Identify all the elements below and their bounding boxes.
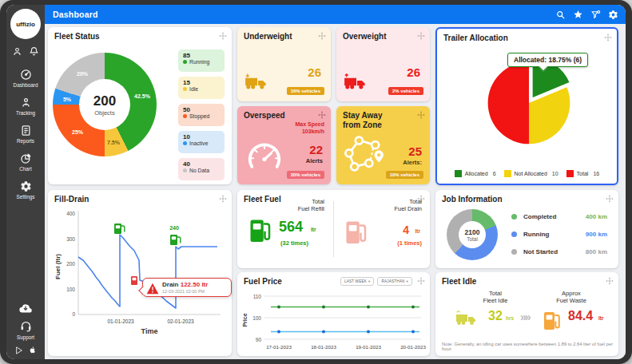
svg-text:02-01-2023: 02-01-2023: [167, 318, 194, 324]
sidebar-item-reports[interactable]: Reports: [6, 125, 45, 144]
fuel-waste-pump-icon: [543, 309, 562, 331]
app-frame: uffizio Dashboard Tracking Reports Chart: [6, 5, 626, 359]
speedometer-icon: [244, 141, 285, 173]
region-filter-dropdown[interactable]: RAJASTHAN▾: [377, 277, 412, 286]
sidebar-item-settings[interactable]: Settings: [6, 180, 45, 200]
search-icon[interactable]: [555, 10, 566, 20]
trailer-legend: Allocated6 Not Allocated10 Total16: [437, 170, 617, 177]
legend-label: Completed: [523, 213, 556, 220]
segment-pct: 5%: [63, 97, 71, 102]
gear-icon[interactable]: [608, 10, 618, 20]
fuel-pump-drain-icon: [344, 217, 368, 246]
stay-away-zone-card: Stay Away from Zone 25 Alerts: 10% vehic…: [336, 106, 430, 184]
move-icon[interactable]: [417, 277, 425, 285]
drain-tooltip-date: 12-03-2021 02:00 PM: [162, 289, 227, 294]
waste-label: Approx Fuel Waste: [539, 290, 603, 305]
legend-label: Not Started: [523, 248, 558, 255]
legend-count: 15: [183, 79, 220, 86]
legend-value: 16: [593, 171, 599, 176]
overspeed-card: Overspeed Max Speed 103km/h 22 Alerts 20…: [237, 106, 331, 184]
filter-icon[interactable]: [590, 10, 601, 20]
sidebar-item-dashboard[interactable]: Dashboard: [6, 69, 45, 88]
double-chevron-icon: »»: [520, 311, 530, 323]
dashboard-icon: [20, 69, 32, 81]
move-icon[interactable]: [219, 32, 227, 40]
svg-text:01-01-2023: 01-01-2023: [107, 318, 134, 324]
move-icon[interactable]: [219, 195, 227, 203]
underweight-badge: 16% vehicles: [287, 87, 324, 95]
legend-not-allocated: Not Allocated10: [504, 170, 558, 177]
card-title: Fuel Price: [244, 277, 282, 287]
apple-icon[interactable]: [29, 346, 37, 354]
warning-icon: [146, 283, 159, 295]
sidebar-item-label: Settings: [17, 194, 35, 200]
favorites-star-icon[interactable]: [573, 10, 583, 20]
drain-label: Total Fuel Drain: [394, 198, 422, 213]
legend-value: 6: [493, 171, 496, 176]
user-icon[interactable]: [12, 46, 22, 57]
legend-count: 85: [183, 52, 220, 59]
dashboard-content: Fleet Status 200 Objects 42.5% 7.5% 25% …: [45, 24, 626, 359]
sidebar-item-tracking[interactable]: Tracking: [6, 97, 45, 116]
sidebar-item-chart[interactable]: Chart: [6, 152, 45, 172]
playstore-icon[interactable]: [15, 346, 23, 354]
move-icon[interactable]: [606, 277, 614, 285]
svg-text:90: 90: [256, 337, 262, 342]
chart-icon: [20, 152, 32, 164]
fuel-price-chart[interactable]: 110 100 90 Price 17-01-2023 18-01-2023 1…: [240, 290, 427, 354]
job-legend-not-started: Not Started 800 km: [511, 246, 607, 257]
underweight-value: 26: [308, 65, 321, 79]
fill-drain-chart[interactable]: 400 300 200 100 0 01-01-2023 02-01-2023 …: [53, 204, 227, 342]
tracking-icon: [20, 97, 32, 109]
chevron-down-icon: ▾: [407, 279, 408, 283]
overweight-badge: 2% vehicles: [388, 87, 423, 95]
legend-inactive: 10 Inactive: [178, 131, 225, 153]
drain-unit: ltr: [415, 228, 421, 234]
trailer-pie-chart[interactable]: [479, 53, 578, 152]
drain-times: (1 times): [397, 239, 422, 247]
move-icon[interactable]: [604, 34, 612, 42]
donut-center-label: Objects: [94, 109, 114, 117]
move-icon[interactable]: [417, 111, 425, 119]
segment-pct: 7.5%: [107, 140, 120, 145]
chevron-down-icon: ▾: [368, 279, 370, 283]
svg-text:20-01-2023: 20-01-2023: [400, 344, 426, 350]
page-title: Dashboard: [53, 10, 98, 19]
uffizio-logo[interactable]: uffizio: [10, 9, 41, 39]
legend-count: 10: [183, 133, 220, 140]
drain-tooltip-title: Drain: [162, 281, 178, 288]
legend-value: 900 km: [586, 231, 607, 238]
job-center-value: 2100: [465, 228, 480, 236]
period-filter-dropdown[interactable]: LAST WEEK▾: [340, 277, 374, 286]
svg-text:0: 0: [72, 311, 75, 317]
svg-text:Fuel (ltr): Fuel (ltr): [54, 254, 62, 279]
trailer-allocation-card[interactable]: Trailer Allocation Allocated: 18.75% (6)…: [435, 27, 618, 185]
legend-label: Running: [189, 59, 209, 65]
card-title: Stay Away from Zone: [343, 111, 382, 129]
move-icon[interactable]: [318, 32, 326, 40]
job-legend-completed: Completed 400 km: [511, 211, 607, 222]
drain-tooltip: Drain 122.50 ltr 12-03-2021 02:00 PM: [142, 278, 232, 297]
legend-running: 85 Running: [178, 49, 225, 72]
idle-truck-icon: [455, 311, 480, 326]
support-headset-icon[interactable]: [20, 320, 32, 332]
move-icon[interactable]: [606, 195, 614, 203]
bell-icon[interactable]: [29, 46, 39, 57]
move-icon[interactable]: [417, 32, 425, 40]
sidebar-item-label: Tracking: [16, 110, 35, 116]
card-title: Overweight: [343, 32, 386, 42]
legend-nodata: 40 No Data: [178, 158, 225, 180]
underweight-card: Underweight 26 16% vehicles: [237, 27, 331, 101]
svg-text:17-01-2023: 17-01-2023: [266, 344, 292, 350]
cloud-download-icon[interactable]: [18, 302, 34, 315]
refill-times: (32 times): [280, 239, 308, 247]
svg-text:200: 200: [66, 261, 75, 267]
fleet-idle-card: Fleet Idle Total Fleet Idle Approx Fuel …: [435, 272, 618, 356]
legend-stopped: 50 Stopped: [178, 104, 225, 126]
move-icon[interactable]: [318, 111, 326, 119]
stay-away-label: Alerts:: [403, 159, 422, 166]
truck-icon: [343, 73, 370, 91]
pie-tooltip-text: Allocated: 18.75% (6): [514, 56, 582, 64]
card-title: Job Information: [442, 195, 503, 204]
topbar: Dashboard: [45, 5, 626, 24]
